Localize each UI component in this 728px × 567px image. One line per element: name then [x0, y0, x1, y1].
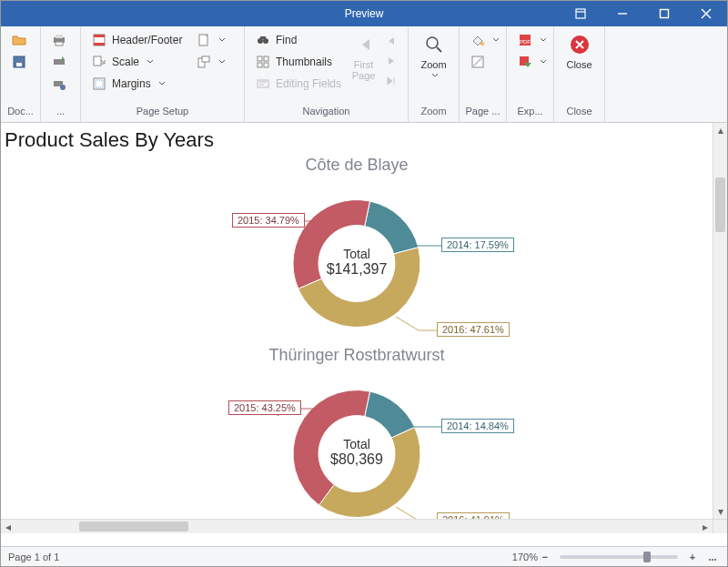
close-circle-icon: [569, 34, 591, 56]
group-label-close: Close: [554, 106, 604, 122]
orientation-button[interactable]: [191, 52, 231, 72]
watermark-icon: [470, 55, 485, 69]
header-footer-icon: [92, 33, 106, 47]
find-label: Find: [276, 34, 297, 46]
print-button[interactable]: [46, 30, 72, 50]
svg-rect-9: [56, 35, 63, 38]
chart-1-label-2015: 2015: 34.79%: [232, 213, 305, 228]
chart-1: Côte de Blaye Total $141,397 2015: 34.79…: [5, 156, 709, 344]
hscroll-thumb[interactable]: [79, 521, 188, 532]
paint-bucket-icon: [470, 33, 485, 47]
thumbnails-icon: [256, 55, 270, 69]
printer-icon: [52, 33, 66, 47]
group-label-pagesetup: Page Setup: [81, 106, 244, 122]
svg-point-44: [709, 559, 711, 561]
svg-point-45: [712, 559, 713, 561]
scroll-left-icon[interactable]: ◂: [1, 520, 15, 533]
magnifier-icon: [423, 34, 445, 56]
margins-button[interactable]: Margins: [86, 74, 187, 94]
svg-point-13: [60, 85, 66, 90]
print-options-button[interactable]: [46, 74, 72, 94]
svg-rect-0: [576, 9, 585, 18]
chart-2-label-2015: 2015: 43.25%: [228, 400, 301, 415]
report-title: Product Sales By Years: [5, 128, 709, 152]
chart-2-label-2016: 2016: 41.91%: [437, 512, 510, 519]
thumbnails-button[interactable]: Thumbnails: [250, 52, 347, 72]
group-label-document: Doc...: [1, 106, 40, 122]
open-button[interactable]: [6, 30, 32, 50]
folder-open-icon: [12, 33, 26, 47]
svg-rect-20: [199, 35, 207, 46]
chart-1-label-2016: 2016: 47.61%: [437, 322, 510, 337]
chevron-down-icon: [540, 34, 547, 46]
report-canvas[interactable]: Product Sales By Years Côte de Blaye Tot…: [1, 123, 713, 519]
watermark-button[interactable]: [465, 52, 505, 72]
window-other-button[interactable]: [560, 1, 602, 26]
scroll-up-icon[interactable]: ▴: [713, 123, 727, 137]
chart-2: Thüringer Rostbratwurst Total $80,369 20…: [5, 346, 709, 519]
zoom-slider-knob[interactable]: [643, 552, 651, 562]
page-size-icon: [197, 33, 211, 47]
find-button[interactable]: Find: [250, 30, 347, 50]
zoom-percent: 170%: [512, 552, 538, 562]
save-icon: [12, 55, 26, 69]
vertical-scrollbar[interactable]: ▴ ▾: [713, 123, 727, 519]
zoom-out-button[interactable]: −: [538, 550, 552, 564]
svg-rect-10: [56, 42, 63, 46]
status-bar: Page 1 of 1 170% − +: [1, 546, 727, 566]
chevron-down-icon: [158, 77, 166, 90]
send-pdf-button[interactable]: [512, 52, 552, 72]
header-footer-button[interactable]: Header/Footer: [86, 30, 187, 50]
chevron-down-icon: [540, 56, 547, 68]
zoom-button[interactable]: Zoom: [414, 30, 453, 96]
svg-rect-28: [258, 63, 262, 67]
maximize-button[interactable]: [643, 1, 685, 26]
save-button[interactable]: [6, 52, 32, 72]
triangle-right-icon: [384, 54, 399, 68]
last-page-button: [380, 72, 402, 90]
thumbnails-label: Thumbnails: [276, 56, 332, 68]
svg-rect-29: [264, 63, 268, 67]
scale-button[interactable]: Scale: [86, 52, 187, 72]
export-pdf-button[interactable]: PDF: [512, 30, 552, 50]
svg-rect-26: [258, 56, 262, 61]
editing-fields-button: Editing Fields: [250, 74, 347, 94]
zoom-dialog-button[interactable]: [705, 550, 720, 564]
binoculars-icon: [256, 33, 270, 47]
chevron-down-icon: [431, 70, 439, 81]
next-page-button: [380, 52, 402, 70]
editing-fields-icon: [256, 76, 270, 91]
chart-1-label-2014: 2014: 17.59%: [441, 238, 514, 252]
svg-rect-30: [258, 80, 268, 87]
prev-page-button: [380, 32, 402, 50]
svg-point-33: [427, 37, 438, 48]
ribbon: Doc... ... Header/Footer Scale: [1, 26, 727, 123]
titlebar: Preview: [1, 1, 727, 26]
close-window-button[interactable]: [685, 1, 727, 26]
first-page-icon: [353, 34, 375, 56]
zoom-slider[interactable]: [560, 555, 678, 559]
chevron-down-icon: [218, 56, 226, 68]
margins-label: Margins: [112, 77, 151, 90]
printer-quick-icon: [52, 55, 66, 69]
margins-icon: [92, 76, 106, 91]
scroll-down-icon[interactable]: ▾: [713, 504, 727, 519]
printer-gear-icon: [52, 76, 66, 91]
zoom-in-button[interactable]: +: [685, 550, 700, 564]
pdf-icon: PDF: [518, 33, 532, 47]
close-preview-button[interactable]: Close: [560, 30, 599, 96]
horizontal-scrollbar[interactable]: ◂ ▸: [1, 519, 713, 533]
scale-icon: [92, 55, 106, 69]
chevron-down-icon: [147, 56, 154, 68]
page-color-button[interactable]: [465, 30, 505, 50]
pdf-mail-icon: [518, 55, 532, 69]
size-button[interactable]: [191, 30, 231, 50]
svg-rect-17: [94, 56, 101, 66]
vscroll-thumb[interactable]: [715, 177, 725, 232]
scroll-right-icon[interactable]: ▸: [698, 520, 713, 533]
minimize-button[interactable]: [602, 1, 643, 26]
group-label-print: ...: [41, 106, 80, 122]
first-page-button: FirstPage: [350, 30, 377, 96]
quick-print-button[interactable]: [46, 52, 72, 72]
header-footer-label: Header/Footer: [112, 34, 182, 46]
